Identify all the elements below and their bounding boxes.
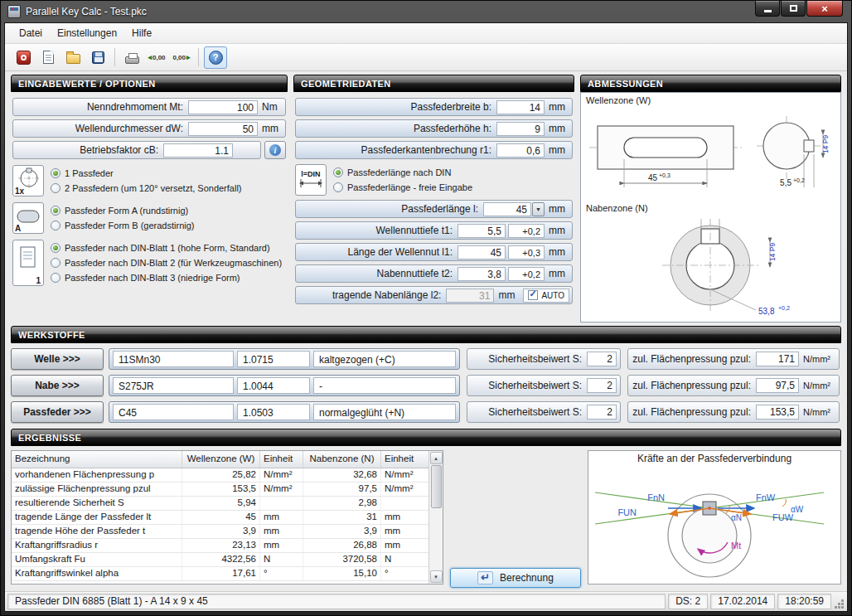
radio-one-key[interactable]: 1 Passfeder — [51, 166, 286, 181]
radio-button[interactable] — [51, 258, 61, 268]
wellendurchmesser-input[interactable]: 50 — [188, 122, 258, 136]
radio-label[interactable]: Passfeder Form A (rundstirnig) — [65, 206, 188, 216]
radio-label[interactable]: Passfeder Form B (geradstirnig) — [65, 221, 195, 230]
passfederhoehe-input[interactable]: 9 — [496, 122, 545, 136]
radio-button[interactable] — [51, 206, 61, 216]
wellennuttiefe-input[interactable]: 5,5 — [457, 224, 506, 238]
auto-checkbox[interactable] — [528, 290, 538, 300]
titlebar[interactable]: Parallel Key Calc - Test.pkc × — [4, 1, 848, 22]
wellennutlaenge-input[interactable]: 45 — [457, 245, 506, 259]
auto-toggle[interactable]: AUTO — [523, 289, 569, 303]
save-button[interactable] — [86, 46, 109, 69]
radio-button[interactable] — [333, 182, 343, 192]
menu-datei[interactable]: Datei — [12, 25, 50, 41]
table-scrollbar[interactable]: ▲ ▼ — [428, 451, 443, 584]
resize-grip[interactable] — [834, 599, 845, 609]
radio-button[interactable] — [51, 183, 61, 193]
dimensions-panel: ABMESSUNGEN Wellenzone (W) — [580, 75, 841, 323]
radio-label[interactable]: 1 Passfeder — [65, 168, 114, 178]
menu-hilfe[interactable]: Hilfe — [124, 25, 159, 41]
col-nabenzone[interactable]: Nabenzone (N) — [303, 451, 381, 468]
nabe-button[interactable]: Nabe >>> — [11, 375, 104, 396]
new-file-button[interactable] — [36, 46, 60, 69]
radio-length-free[interactable]: Passfederlänge - freie Eingabe — [333, 180, 573, 195]
scroll-up-button[interactable]: ▲ — [430, 452, 443, 464]
radio-din-blatt-3[interactable]: Passfeder nach DIN-Blatt 3 (niedrige For… — [51, 270, 286, 285]
welle-pressure-field: zul. Flächenpressung pzul: 171 N/mm² — [627, 348, 840, 370]
field-unit: mm — [545, 101, 569, 113]
key-count-icon: 1x — [12, 165, 44, 196]
nabennuttiefe-input[interactable]: 3,8 — [457, 267, 506, 281]
col-einheit-n[interactable]: Einheit — [381, 451, 424, 468]
field-label: Passfederkantenbrechung r1: — [298, 144, 496, 156]
torque-label: Mt — [731, 541, 741, 551]
scrollbar-thumb[interactable] — [431, 465, 442, 508]
info-button[interactable]: i — [264, 141, 286, 159]
print-button[interactable] — [120, 46, 143, 69]
radio-label[interactable]: Passfederlänge nach DIN — [347, 167, 451, 177]
auto-label: AUTO — [541, 291, 564, 300]
betriebsfaktor-input[interactable]: 1.1 — [163, 143, 233, 158]
radio-button[interactable] — [333, 167, 343, 177]
welle-material-field[interactable]: 11SMn30 1.0715 kaltgezogen (+C) — [109, 348, 460, 370]
help-button[interactable]: ? — [204, 46, 227, 69]
length-dropdown-button[interactable]: ▼ — [532, 202, 545, 216]
hub-zone-drawing: 14 P9 53,8 +0,2 — [586, 216, 831, 320]
radio-label[interactable]: Passfeder nach DIN-Blatt 2 (für Werkzeug… — [65, 258, 282, 268]
radio-button[interactable] — [51, 168, 61, 178]
welle-safety-input[interactable]: 2 — [587, 352, 617, 366]
radio-length-din[interactable]: Passfederlänge nach DIN — [333, 165, 573, 180]
passfeder-button[interactable]: Passfeder >>> — [11, 401, 104, 423]
radio-din-blatt-2[interactable]: Passfeder nach DIN-Blatt 2 (für Werkzeug… — [51, 255, 286, 270]
minimize-button[interactable] — [755, 1, 780, 17]
table-row: Kraftangriffswinkel alpha17,61°15,10° — [12, 567, 428, 581]
table-row: tragende Länge der Passfeder lt45mm31mm — [12, 511, 428, 525]
nabe-safety-input[interactable]: 2 — [587, 378, 617, 393]
radio-din-blatt-1[interactable]: Passfeder nach DIN-Blatt 1 (hohe Form, S… — [51, 240, 286, 255]
col-einheit-w[interactable]: Einheit — [260, 451, 303, 468]
decimals-increase-icon: ◂0,00 — [148, 53, 165, 61]
nabe-safety-field: Sicherheitsbeiwert S: 2 — [467, 375, 621, 396]
radio-button[interactable] — [51, 243, 61, 253]
pressure-unit: N/mm² — [799, 407, 835, 417]
passfederlaenge-input[interactable]: 45 — [483, 202, 531, 216]
length-mode-icon-label: l=DIN — [298, 170, 323, 178]
kantenbrechung-input[interactable]: 0,6 — [496, 143, 545, 158]
berechnung-button[interactable]: ↵ Berechnung — [450, 568, 581, 588]
nabe-material-field[interactable]: S275JR 1.0044 - — [109, 375, 460, 396]
col-wellenzone[interactable]: Wellenzone (W) — [182, 451, 260, 468]
menu-einstellungen[interactable]: Einstellungen — [50, 25, 124, 41]
scroll-down-button[interactable]: ▼ — [430, 570, 443, 583]
passfeder-material-field[interactable]: C45 1.0503 normalgeglüht (+N) — [109, 401, 460, 423]
nabe-pressure-field: zul. Flächenpressung pzul: 97,5 N/mm² — [627, 375, 840, 396]
radio-form-b[interactable]: Passfeder Form B (geradstirnig) — [51, 218, 286, 233]
radio-label[interactable]: Passfeder nach DIN-Blatt 3 (niedrige For… — [65, 273, 240, 283]
decimals-decrease-button[interactable]: 0,00▸ — [170, 46, 193, 69]
nenndrehmoment-input[interactable]: 100 — [188, 100, 258, 114]
field-kantenbrechung: Passfederkantenbrechung r1: 0,6 mm — [295, 141, 573, 159]
radio-two-keys[interactable]: 2 Passfedern (um 120° versetzt, Sonderfa… — [51, 181, 286, 196]
radio-label[interactable]: Passfeder nach DIN-Blatt 1 (hohe Form, S… — [65, 243, 270, 253]
welle-pressure-value: 171 — [756, 352, 799, 366]
radio-label[interactable]: 2 Passfedern (um 120° versetzt, Sonderfa… — [65, 183, 242, 193]
close-icon: × — [821, 2, 828, 15]
passfeder-safety-input[interactable]: 2 — [587, 405, 617, 420]
exit-button[interactable] — [12, 46, 35, 69]
field-label: Länge der Wellennut l1: — [298, 246, 457, 258]
radio-form-a[interactable]: Passfeder Form A (rundstirnig) — [51, 203, 286, 218]
passfederbreite-input[interactable]: 14 — [496, 100, 545, 114]
decimals-increase-button[interactable]: ◂0,00 — [145, 46, 168, 69]
welle-button[interactable]: Welle >>> — [11, 348, 104, 370]
close-button[interactable]: × — [806, 1, 843, 17]
open-file-button[interactable] — [61, 46, 85, 69]
radio-button[interactable] — [51, 221, 61, 230]
toolbar: ◂0,00 0,00▸ ? — [5, 44, 847, 71]
radio-button[interactable] — [51, 273, 61, 283]
col-bezeichnung[interactable]: Bezeichnung — [12, 451, 182, 468]
maximize-icon — [790, 5, 797, 12]
dimensions-drawing-area: Wellenzone (W) — [580, 92, 841, 323]
radio-label[interactable]: Passfederlänge - freie Eingabe — [347, 182, 472, 192]
field-unit: mm — [545, 225, 569, 236]
shaft-width-dim: 14 P9 — [821, 135, 830, 153]
maximize-button[interactable] — [781, 1, 806, 17]
